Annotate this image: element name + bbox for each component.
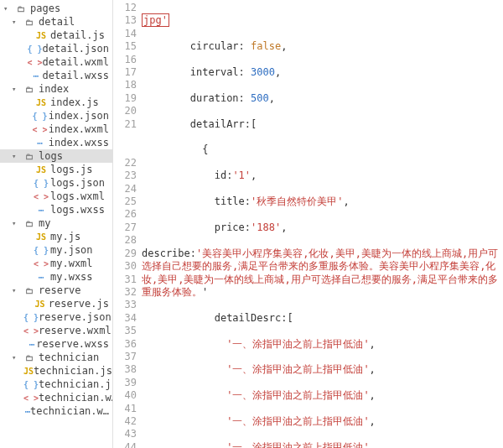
file-detail.wxss[interactable]: ⋯detail.wxss [0, 69, 112, 82]
file-logs.js[interactable]: JSlogs.js [0, 163, 112, 176]
folder-pages[interactable]: ▾🗀pages [0, 2, 112, 15]
file-detail.wxml[interactable]: < >detail.wxml [0, 55, 112, 69]
file-logs.wxml[interactable]: < >logs.wxml [0, 190, 112, 203]
file-reserve.js[interactable]: JSreserve.js [0, 297, 112, 310]
file-index.json[interactable]: { }index.json [0, 109, 112, 122]
code-token: jpg' [142, 13, 169, 27]
file-logs.wxss[interactable]: ⋯logs.wxss [0, 203, 112, 216]
code-content[interactable]: jpg' circular: false, interval: 3000, du… [142, 0, 503, 448]
file-reserve.wxss[interactable]: ⋯reserve.wxss [0, 337, 112, 351]
file-reserve.json[interactable]: { }reserve.json [0, 310, 112, 324]
file-technician.js[interactable]: JStechnician.js [0, 364, 112, 378]
folder-reserve[interactable]: ▾🗀reserve [0, 284, 112, 297]
folder-logs[interactable]: ▾🗀logs [0, 149, 112, 163]
file-reserve.wxml[interactable]: < >reserve.wxml [0, 324, 112, 337]
folder-index[interactable]: ▾🗀index [0, 82, 112, 96]
file-tree[interactable]: ▾🗀pages▾🗀detailJSdetail.js{ }detail.json… [0, 0, 113, 448]
file-my.wxml[interactable]: < >my.wxml [0, 257, 112, 270]
file-detail.js[interactable]: JSdetail.js [0, 29, 112, 42]
file-technician.w…[interactable]: ⋯technician.w… [0, 404, 112, 418]
file-my.json[interactable]: { }my.json [0, 243, 112, 257]
file-detail.json[interactable]: { }detail.json [0, 42, 112, 55]
folder-detail[interactable]: ▾🗀detail [0, 15, 112, 29]
file-logs.json[interactable]: { }logs.json [0, 176, 112, 190]
file-technician.json[interactable]: { }technician.json [0, 378, 112, 391]
file-technician.w…[interactable]: < >technician.w… [0, 391, 112, 404]
line-gutter: 1213141516171819202122232425262728293031… [113, 0, 142, 448]
folder-my[interactable]: ▾🗀my [0, 216, 112, 230]
code-editor[interactable]: 1213141516171819202122232425262728293031… [113, 0, 503, 448]
file-index.wxml[interactable]: < >index.wxml [0, 122, 112, 136]
file-index.wxss[interactable]: ⋯index.wxss [0, 136, 112, 149]
file-index.js[interactable]: JSindex.js [0, 96, 112, 109]
file-my.wxss[interactable]: ⋯my.wxss [0, 270, 112, 284]
file-my.js[interactable]: JSmy.js [0, 230, 112, 243]
folder-technician[interactable]: ▾🗀technician [0, 351, 112, 364]
